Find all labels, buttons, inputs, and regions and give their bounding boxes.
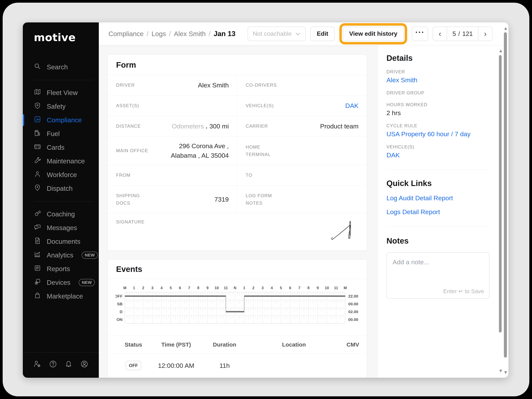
sidebar-item-label: Reports <box>47 265 70 273</box>
devices-icon <box>34 278 41 287</box>
svg-text:SB: SB <box>117 302 123 306</box>
event-row-driving[interactable]: D 11:00:00 AM 2h D <box>108 377 367 378</box>
scroll-down-arrow-icon[interactable]: ▼ <box>498 368 502 373</box>
svg-text:00.00: 00.00 <box>348 302 358 306</box>
shipping-docs-field: SHIPPING DOCS 7319 <box>108 186 237 213</box>
details-hours-worked: HOURS WORKED 2 hrs <box>386 102 489 117</box>
distance-field: DISTANCE Odometers.300 mi <box>108 116 237 136</box>
svg-text:8: 8 <box>197 286 199 290</box>
details-cycle-rule: CYCLE RULE USA Property 60 hour / 7 day <box>386 123 489 138</box>
svg-text:M: M <box>344 286 347 290</box>
sidebar-item-reports[interactable]: Reports <box>23 262 99 276</box>
svg-text:9: 9 <box>317 286 319 290</box>
next-log-button[interactable]: › <box>478 27 492 41</box>
window-scrollbar-thumb[interactable] <box>504 32 507 358</box>
sidebar-item-cards[interactable]: Cards <box>23 141 99 154</box>
signature-field: SIGNATURE <box>108 213 367 250</box>
dispatch-pin-icon <box>34 184 41 193</box>
window-scrollbar[interactable]: ▲ ▼ <box>503 26 507 375</box>
sidebar-search[interactable]: Search <box>23 60 99 74</box>
page-current: 5 <box>452 30 456 38</box>
sidebar-item-safety[interactable]: Safety <box>23 100 99 113</box>
scroll-up-arrow-icon[interactable]: ▲ <box>498 48 502 53</box>
field-label: LOG FORM NOTES <box>246 192 278 207</box>
details-cycle-rule-link[interactable]: USA Property 60 hour / 7 day <box>386 130 489 138</box>
content-scrollbar[interactable]: ▲ ▼ <box>498 48 502 373</box>
event-row-off[interactable]: OFF 12:00:00 AM 11h <box>108 354 367 377</box>
signature-image <box>330 220 359 243</box>
panel-divider <box>386 226 489 227</box>
column-header-cmv: CMV <box>340 342 366 348</box>
sidebar-item-label: Compliance <box>47 116 82 124</box>
scroll-up-arrow-icon[interactable]: ▲ <box>503 26 507 31</box>
svg-text:4: 4 <box>161 286 163 290</box>
page-separator: / <box>458 30 460 38</box>
view-edit-history-button[interactable]: View edit history <box>343 27 404 41</box>
sidebar-item-fleet-view[interactable]: Fleet View <box>23 86 99 100</box>
details-driver-link[interactable]: Alex Smith <box>386 76 489 84</box>
svg-text:00.00: 00.00 <box>348 317 358 322</box>
more-actions-button[interactable]: ··· <box>412 27 428 41</box>
sidebar-item-label: Analytics <box>47 251 73 259</box>
details-label: DRIVER GROUP <box>386 90 489 95</box>
svg-text:1: 1 <box>243 286 245 290</box>
details-label: CYCLE RULE <box>386 123 489 128</box>
sidebar-item-dispatch[interactable]: Dispatch <box>23 182 99 195</box>
sidebar-item-maintenance[interactable]: Maintenance <box>23 154 99 168</box>
wrench-icon <box>34 157 41 165</box>
breadcrumb-logs[interactable]: Logs <box>152 30 166 38</box>
topbar: Compliance / Logs / Alex Smith / Jan 13 … <box>99 22 508 45</box>
sidebar-item-workforce[interactable]: Workforce <box>23 168 99 182</box>
svg-text:2: 2 <box>142 286 144 290</box>
sidebar-search-label: Search <box>47 63 68 71</box>
admin-settings-icon[interactable] <box>33 360 41 369</box>
coachable-dropdown[interactable]: Not coachable <box>247 27 306 41</box>
sidebar-item-compliance[interactable]: Compliance <box>23 113 99 127</box>
svg-text:11: 11 <box>224 286 228 290</box>
breadcrumb-separator: / <box>206 30 214 38</box>
breadcrumb-driver[interactable]: Alex Smith <box>174 30 206 38</box>
note-input[interactable] <box>387 253 489 279</box>
previous-log-button[interactable]: ‹ <box>433 27 447 41</box>
field-label: HOME TERMINAL <box>246 143 278 158</box>
sidebar-item-marketplace[interactable]: Marketplace <box>23 289 99 303</box>
sidebar-item-label: Documents <box>47 238 80 245</box>
driver-value: Alex Smith <box>154 81 229 90</box>
logs-detail-report-link[interactable]: Logs Detail Report <box>386 208 489 216</box>
sidebar-item-coaching[interactable]: Coaching <box>23 207 99 221</box>
content-scrollbar-thumb[interactable] <box>499 55 502 332</box>
help-icon[interactable] <box>49 360 57 369</box>
vehicles-value-link[interactable]: DAK <box>283 101 359 110</box>
log-form-notes-field: LOG FORM NOTES <box>237 186 367 213</box>
sidebar-item-messages[interactable]: Messages <box>23 221 99 235</box>
svg-text:2: 2 <box>252 286 254 290</box>
sidebar-item-analytics[interactable]: Analytics NEW <box>23 248 99 262</box>
details-driver-group: DRIVER GROUP <box>386 90 489 95</box>
compliance-icon <box>34 116 41 124</box>
breadcrumb-separator: / <box>144 30 152 38</box>
sidebar-item-documents[interactable]: Documents <box>23 235 99 248</box>
main-office-field: MAIN OFFICE 296 Corona Ave , Alabama , A… <box>108 137 237 165</box>
breadcrumb-compliance[interactable]: Compliance <box>108 30 144 38</box>
edit-button[interactable]: Edit <box>310 27 335 41</box>
log-audit-detail-report-link[interactable]: Log Audit Detail Report <box>386 194 489 202</box>
scroll-down-arrow-icon[interactable]: ▼ <box>503 370 507 375</box>
svg-text:02.00: 02.00 <box>348 310 358 314</box>
account-avatar-icon[interactable] <box>80 360 89 369</box>
sidebar-item-label: Devices <box>47 279 70 286</box>
sidebar-item-label: Messages <box>47 224 77 232</box>
events-card: Events M1234567891011N1234567891011MOFF2… <box>108 260 367 378</box>
form-card-title: Form <box>108 55 367 75</box>
sidebar-item-fuel[interactable]: Fuel <box>23 127 99 141</box>
svg-text:8: 8 <box>307 286 310 290</box>
details-panel: Details DRIVER Alex Smith DRIVER GROUP H… <box>378 45 508 378</box>
sidebar-item-devices[interactable]: Devices NEW <box>23 276 99 289</box>
field-label: FROM <box>116 171 149 179</box>
sidebar-item-label: Cards <box>47 144 64 151</box>
sidebar-nav: Fleet View Safety Compliance Fuel Cards … <box>23 86 99 303</box>
svg-text:1: 1 <box>133 286 135 290</box>
credit-card-icon <box>34 143 41 152</box>
notifications-bell-icon[interactable] <box>64 360 73 369</box>
co-drivers-field: CO-DRIVERS <box>237 75 367 95</box>
details-vehicles-link[interactable]: DAK <box>386 152 489 159</box>
